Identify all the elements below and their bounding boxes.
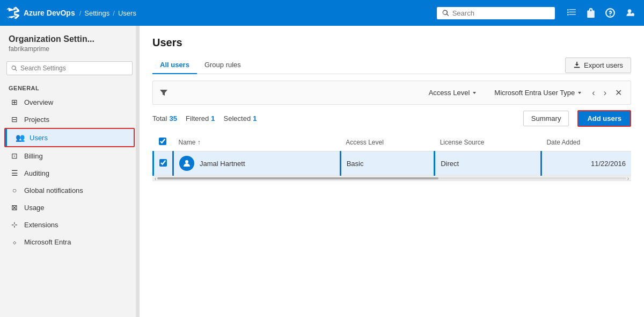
total-stat: Total 35 [152, 114, 177, 123]
main-content: Users All users Group rules Export users [140, 26, 644, 317]
sidebar-item-auditing[interactable]: ☰ Auditing [0, 164, 139, 182]
export-users-button[interactable]: Export users [565, 57, 631, 73]
sidebar-item-label: Extensions [24, 221, 58, 229]
global-search-input[interactable] [452, 9, 550, 17]
sidebar-item-label: Auditing [24, 169, 49, 177]
tabs-row: All users Group rules Export users [152, 56, 631, 74]
tabs: All users Group rules [152, 56, 248, 74]
breadcrumb-sep1: / [79, 9, 82, 17]
tasklist-icon-button[interactable] [564, 5, 580, 21]
scroll-right-arrow[interactable]: › [627, 176, 629, 182]
account-settings-icon [625, 8, 634, 18]
sidebar-item-overview[interactable]: ⊞ Overview [0, 93, 139, 111]
breadcrumb: / Settings / Users [79, 9, 136, 17]
user-table: Name ↑ Access Level License Source Date … [152, 133, 631, 176]
sidebar-section-general: General [0, 80, 139, 93]
breadcrumb-settings[interactable]: Settings [84, 9, 109, 17]
sidebar-search-box[interactable] [6, 61, 133, 75]
sidebar-item-billing[interactable]: ⊡ Billing [0, 147, 139, 164]
notifications-icon: ○ [10, 186, 19, 194]
selected-stat: Selected 1 [224, 114, 257, 123]
global-search-box[interactable] [437, 7, 555, 19]
breadcrumb-users[interactable]: Users [118, 9, 136, 17]
sidebar: Organization Settin... fabrikamprime Gen… [0, 26, 140, 317]
entra-icon: ⬦ [10, 237, 19, 246]
filter-next-button[interactable]: › [602, 87, 609, 99]
scroll-thumb[interactable] [157, 177, 438, 179]
nav-icons [564, 5, 638, 21]
sidebar-item-label: Global notifications [24, 186, 83, 194]
access-level-label: Access Level [429, 89, 470, 97]
filtered-label: Filtered [186, 114, 209, 123]
avatar [179, 156, 194, 171]
sidebar-org-title: Organization Settin... [9, 34, 130, 44]
azure-devops-logo-icon [6, 6, 19, 19]
badge-icon [586, 8, 596, 18]
sidebar-search-input[interactable] [20, 64, 128, 72]
row-date-added: 11/22/2016 [541, 152, 631, 176]
sidebar-item-global-notifications[interactable]: ○ Global notifications [0, 182, 139, 199]
tab-group-rules[interactable]: Group rules [197, 56, 248, 74]
entra-user-type-chevron-icon [577, 90, 582, 96]
summary-label: Summary [531, 114, 561, 123]
scroll-track[interactable] [157, 177, 626, 179]
badge-icon-button[interactable] [583, 5, 599, 21]
row-checkbox[interactable] [159, 159, 167, 167]
filter-prev-button[interactable]: ‹ [590, 87, 597, 99]
scroll-left-arrow[interactable]: ‹ [155, 176, 156, 182]
help-icon-button[interactable] [602, 5, 618, 21]
total-label: Total [152, 114, 167, 123]
filtered-stat: Filtered 1 [186, 114, 215, 123]
row-access-level: Basic [340, 152, 435, 176]
col-header-name[interactable]: Name ↑ [173, 133, 341, 152]
filtered-count: 1 [211, 114, 215, 123]
export-icon [573, 61, 581, 69]
add-users-button[interactable]: Add users [577, 110, 631, 127]
sidebar-item-usage[interactable]: ⊠ Usage [0, 199, 139, 216]
users-icon: 👥 [16, 133, 24, 142]
summary-button[interactable]: Summary [523, 111, 569, 126]
col-header-access-level: Access Level [340, 133, 435, 152]
access-level-filter[interactable]: Access Level [426, 87, 481, 98]
total-count: 35 [169, 114, 177, 123]
tab-all-users[interactable]: All users [152, 56, 197, 74]
sidebar-item-projects[interactable]: ⊟ Projects [0, 111, 139, 128]
table-scroll-bar: ‹ › [152, 176, 631, 181]
add-users-label: Add users [587, 114, 621, 123]
sidebar-search-icon [11, 65, 17, 71]
usage-icon: ⊠ [10, 203, 19, 212]
overview-icon: ⊞ [10, 98, 19, 106]
access-level-chevron-icon [472, 90, 477, 96]
col-name-label: Name ↑ [179, 139, 201, 146]
sidebar-item-label: Billing [24, 152, 43, 160]
user-avatar-icon [182, 159, 191, 168]
extensions-icon: ⊹ [10, 220, 19, 229]
filter-close-button[interactable]: ✕ [613, 87, 624, 99]
page-title: Users [152, 37, 631, 49]
search-icon [442, 9, 449, 17]
account-settings-icon-button[interactable] [621, 5, 638, 21]
select-all-checkbox[interactable] [159, 138, 166, 145]
table-row[interactable]: Jamal Hartnett Basic Direct 11/22/2016 [153, 152, 632, 176]
tasklist-icon [567, 8, 576, 18]
app-name: Azure DevOps [24, 9, 75, 17]
breadcrumb-sep2: / [113, 9, 115, 17]
sidebar-item-label: Overview [24, 98, 53, 106]
header-checkbox-cell [153, 133, 173, 152]
filter-icon[interactable] [159, 89, 168, 97]
sidebar-item-microsoft-entra[interactable]: ⬦ Microsoft Entra [0, 233, 139, 250]
projects-icon: ⊟ [10, 115, 19, 124]
sidebar-item-users[interactable]: 👥 Users [5, 129, 134, 146]
sidebar-scroll-track[interactable] [136, 26, 139, 317]
app-logo[interactable]: Azure DevOps [6, 6, 75, 19]
sidebar-header: Organization Settin... fabrikamprime [0, 26, 139, 55]
col-header-date-added: Date Added [541, 133, 631, 152]
sidebar-item-extensions[interactable]: ⊹ Extensions [0, 216, 139, 233]
sidebar-item-label: Microsoft Entra [24, 238, 71, 246]
entra-user-type-filter[interactable]: Microsoft Entra User Type [491, 87, 586, 98]
name-cell: Jamal Hartnett [179, 156, 334, 171]
row-license-source: Direct [435, 152, 541, 176]
stats-row: Total 35 Filtered 1 Selected 1 Summary A… [152, 105, 631, 131]
top-nav: Azure DevOps / Settings / Users [0, 0, 644, 26]
svg-point-0 [185, 160, 188, 163]
